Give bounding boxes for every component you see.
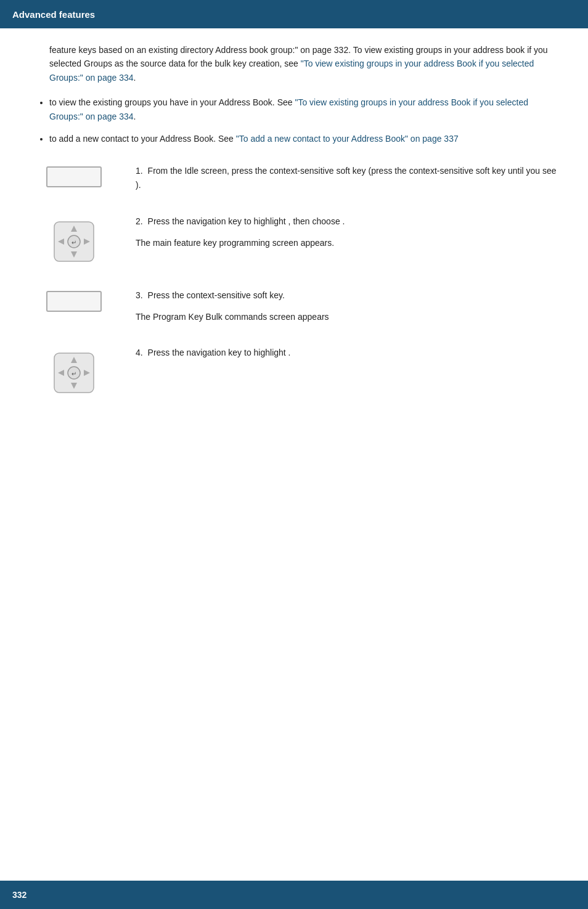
page-title: Advanced features xyxy=(12,9,95,20)
main-content: feature keys based on an existing direct… xyxy=(0,28,588,881)
list-item: to add a new contact to your Address Boo… xyxy=(49,132,563,145)
soft-key-image-3 xyxy=(46,291,102,312)
nav-key-image-4: ↵ xyxy=(49,348,99,397)
intro-period: . xyxy=(134,73,136,83)
step3-content: 3. Press the context-sensitive soft key.… xyxy=(123,288,563,324)
page-number: 332 xyxy=(12,890,27,900)
step-row-2: ↵ 2. Press the navigation key to highlig… xyxy=(25,214,563,266)
footer-bar: 332 xyxy=(0,881,588,909)
bullet1-text: to view the existing groups you have in … xyxy=(49,97,295,107)
step1-content: 1. From the Idle screen, press the conte… xyxy=(123,164,563,192)
soft-key-image-1 xyxy=(46,166,102,187)
step2-image: ↵ xyxy=(25,214,123,266)
header-bar: Advanced features xyxy=(0,0,588,28)
bullet-list: to view the existing groups you have in … xyxy=(37,96,563,145)
intro-block: feature keys based on an existing direct… xyxy=(49,43,563,84)
nav-key-image-2: ↵ xyxy=(49,217,99,266)
bullet2-link[interactable]: "To add a new contact to your Address Bo… xyxy=(236,134,459,144)
step2-number: 2. xyxy=(136,216,143,226)
step1-image xyxy=(25,164,123,187)
step-row-3: 3. Press the context-sensitive soft key.… xyxy=(25,288,563,324)
bullet2-text: to add a new contact to your Address Boo… xyxy=(49,134,236,144)
page-wrapper: Advanced features feature keys based on … xyxy=(0,0,588,909)
svg-text:↵: ↵ xyxy=(71,370,76,377)
steps-section: 1. From the Idle screen, press the conte… xyxy=(25,164,563,397)
step3-number: 3. xyxy=(136,290,143,300)
step1-text: From the Idle screen, press the context-… xyxy=(136,166,557,190)
step3-text: Press the context-sensitive soft key. xyxy=(148,290,285,300)
step2-text: Press the navigation key to highlight , … xyxy=(148,216,345,226)
step4-image: ↵ xyxy=(25,346,123,397)
svg-text:↵: ↵ xyxy=(71,239,76,246)
step-row-4: ↵ 4. Press the navigation key to highlig… xyxy=(25,346,563,397)
step3-extra: The Program Key Bulk commands screen app… xyxy=(136,310,563,324)
step3-image xyxy=(25,288,123,312)
step2-extra: The main feature key programming screen … xyxy=(136,236,563,250)
list-item: to view the existing groups you have in … xyxy=(49,96,563,123)
bullet1-after: . xyxy=(134,112,136,121)
step1-number: 1. xyxy=(136,166,143,176)
step4-number: 4. xyxy=(136,348,143,357)
step2-content: 2. Press the navigation key to highlight… xyxy=(123,214,563,250)
step-row-1: 1. From the Idle screen, press the conte… xyxy=(25,164,563,192)
step4-text: Press the navigation key to highlight . xyxy=(148,348,291,357)
step4-content: 4. Press the navigation key to highlight… xyxy=(123,346,563,360)
